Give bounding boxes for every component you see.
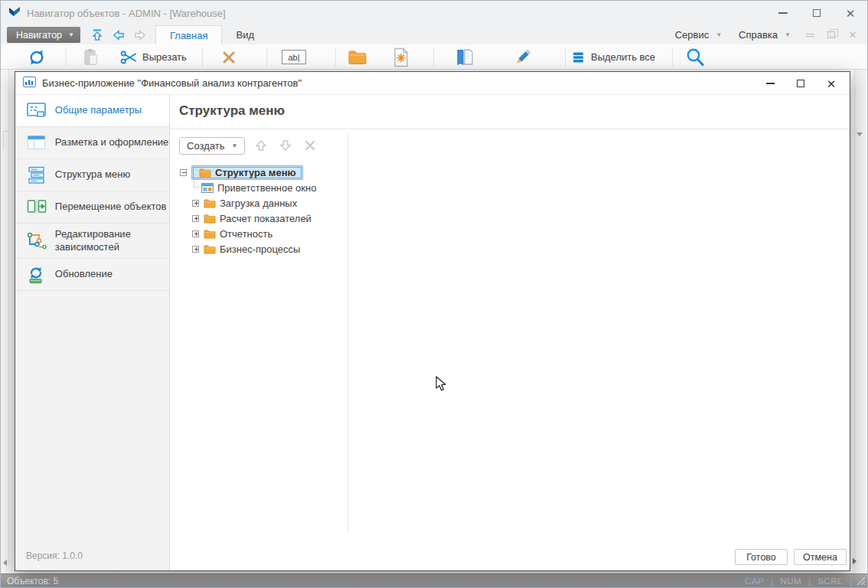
layout-icon (25, 134, 48, 152)
folder-icon (204, 198, 216, 208)
chevron-down-icon: ▼ (68, 31, 74, 38)
delete-button[interactable] (221, 44, 237, 70)
new-folder-button[interactable] (348, 44, 367, 70)
menu-service[interactable]: Сервис ▼ (669, 29, 728, 41)
menu-structure-icon (25, 166, 48, 185)
window-title: Навигатор объектов - ADMIN - [Warehouse] (27, 8, 226, 19)
select-all-label: Выделить все (591, 51, 655, 63)
folder-icon (348, 49, 367, 66)
sidebar-item-label: Редактирование зависимостей (55, 228, 169, 253)
chevron-down-icon: ▼ (716, 31, 722, 38)
select-all-button[interactable]: Выделить все (572, 44, 655, 70)
search-icon (684, 47, 706, 68)
sidebar-item-label: Структура меню (55, 168, 169, 181)
move-up-button[interactable] (253, 137, 269, 154)
open-button[interactable] (455, 44, 475, 70)
mdi-close-button[interactable]: ✕ (844, 28, 861, 43)
sidebar-item-edit-dependencies[interactable]: Редактирование зависимостей (15, 224, 169, 259)
background-tree-strip (1, 70, 15, 573)
general-params-icon (25, 102, 48, 119)
expand-icon[interactable] (192, 215, 199, 222)
go-back-button[interactable] (109, 27, 128, 44)
vertical-scrollbar[interactable] (854, 70, 866, 573)
hscroll-left-arrow-icon[interactable] (3, 560, 7, 566)
rename-icon: ab| (282, 50, 306, 64)
create-button[interactable]: Создать ▼ (179, 137, 245, 155)
maximize-button[interactable] (800, 1, 834, 25)
tree-item-label: Загрузка данных (220, 198, 297, 209)
menu-help[interactable]: Справка ▼ (733, 29, 797, 41)
search-button[interactable] (684, 44, 706, 70)
menu-tree: Структура меню Приветственное окно (170, 165, 348, 256)
new-object-button[interactable] (392, 44, 410, 70)
go-top-button[interactable] (88, 27, 106, 44)
objects-count: Объектов: 5 (7, 576, 58, 586)
chart-icon (23, 77, 36, 90)
tree-item-welcome[interactable]: Приветственное окно (170, 180, 348, 195)
tree-item-label: Бизнес-процессы (220, 243, 300, 255)
business-app-dialog: Бизнес-приложение "Финансовый анализ кон… (15, 71, 850, 571)
tree-item-reports[interactable]: Отчетность (170, 226, 348, 241)
sidebar-item-menu-structure[interactable]: Структура меню (15, 159, 169, 191)
tree-item-data-load[interactable]: Загрузка данных (170, 195, 348, 211)
tree-item-business-processes[interactable]: Бизнес-процессы (170, 241, 348, 256)
arrow-left-icon (112, 29, 126, 41)
sidebar-item-general-params[interactable]: Общие параметры (15, 95, 169, 127)
go-forward-button[interactable] (131, 27, 149, 44)
dialog-close-button[interactable]: ✕ (821, 74, 842, 93)
tree-root-row[interactable]: Структура меню (170, 165, 348, 180)
cut-label: Вырезать (142, 51, 187, 63)
refresh-button[interactable] (27, 44, 47, 70)
rename-button[interactable]: ab| (282, 44, 306, 70)
cancel-button[interactable]: Отмена (794, 549, 847, 565)
delete-x-icon (304, 139, 316, 152)
done-button[interactable]: Готово (735, 549, 788, 565)
tree-root-label: Структура меню (215, 167, 296, 178)
open-folder-icon (455, 47, 475, 67)
tree-toolbar: Создать ▼ (179, 136, 348, 155)
move-down-button[interactable] (277, 137, 294, 154)
sidebar-item-label: Разметка и оформление (55, 136, 169, 149)
dialog-main-panel: Структура меню Создать ▼ (170, 95, 850, 570)
scroll-lock-indicator: SCRL (817, 577, 843, 586)
arrow-down-icon (279, 139, 292, 152)
paste-button[interactable] (83, 44, 100, 70)
ribbon-row: Навигатор ▼ Главная Вид Сервис ▼ Справ (1, 25, 867, 44)
navigator-menu-button[interactable]: Навигатор ▼ (7, 27, 80, 43)
sidebar-item-update[interactable]: Обновление (15, 259, 169, 291)
tree-item-label: Расчет показателей (220, 213, 312, 224)
expand-icon[interactable] (192, 246, 199, 253)
edit-button[interactable] (512, 44, 534, 70)
mdi-restore-button[interactable] (823, 28, 840, 43)
delete-x-icon (221, 50, 237, 65)
tree-item-indicators[interactable]: Расчет показателей (170, 211, 348, 226)
app-logo-icon (8, 6, 21, 21)
tree-delete-button[interactable] (302, 137, 318, 154)
collapse-icon[interactable] (180, 169, 187, 176)
arrow-up-to-top-icon (90, 28, 104, 41)
tab-view[interactable]: Вид (222, 25, 268, 44)
resize-grip[interactable] (856, 576, 866, 586)
tab-home[interactable]: Главная (155, 25, 222, 44)
select-all-icon (572, 51, 586, 64)
sidebar-item-layout[interactable]: Разметка и оформление (15, 127, 169, 159)
sidebar-item-move-objects[interactable]: Перемещение объектов (15, 191, 169, 224)
scissors-icon (120, 49, 137, 66)
dialog-sidebar: Общие параметры Разметка и оформление Ст… (15, 95, 170, 570)
page-title: Структура меню (179, 103, 285, 119)
dialog-minimize-button[interactable] (759, 74, 781, 93)
close-button[interactable]: ✕ (834, 1, 867, 25)
ribbon-minimize-button[interactable] (801, 28, 818, 43)
dialog-maximize-button[interactable] (790, 74, 811, 93)
heading-divider (170, 129, 850, 129)
scroll-down-arrow-icon[interactable] (857, 132, 863, 136)
cut-button[interactable]: Вырезать (120, 44, 187, 70)
folder-icon (204, 229, 216, 239)
version-label: Версия: 1.0.0 (26, 550, 83, 561)
expand-icon[interactable] (192, 200, 199, 207)
menu-service-label: Сервис (675, 29, 710, 41)
folder-icon (204, 214, 216, 224)
expand-icon[interactable] (192, 230, 199, 237)
hscroll-right-arrow-icon[interactable] (853, 558, 857, 564)
minimize-button[interactable] (766, 1, 800, 25)
